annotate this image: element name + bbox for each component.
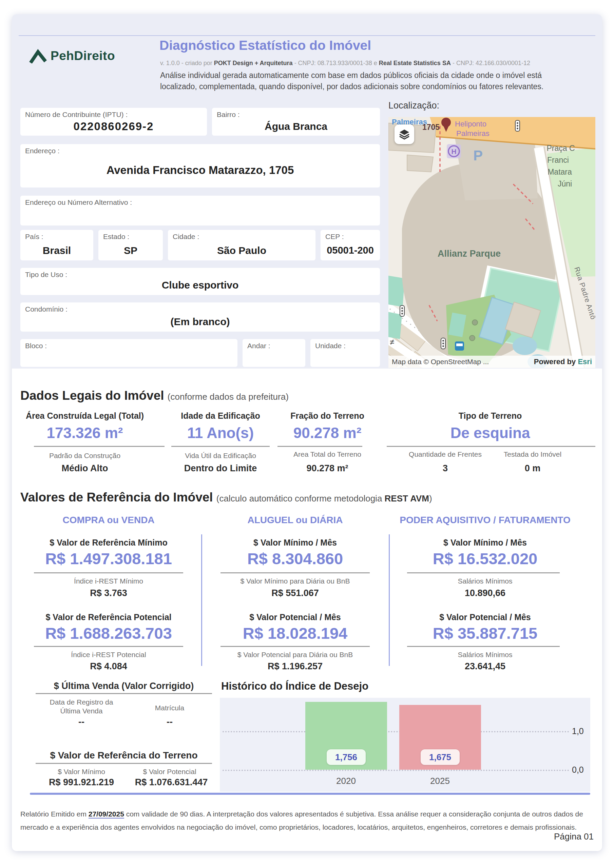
field-endereco: Endereço : Avenida Francisco Matarazzo, … bbox=[20, 144, 380, 188]
field-condominio-value: (Em branco) bbox=[20, 316, 380, 327]
legal-section-title: Dados Legais do Imóvel (conforme dados d… bbox=[20, 389, 289, 403]
parking-icon: P bbox=[473, 147, 483, 163]
desire-index-chart: 1,0 0,0 1,756 1,675 2020 2025 bbox=[220, 698, 590, 792]
page-number: Página 01 bbox=[475, 831, 594, 842]
field-bloco: Bloco : bbox=[20, 339, 238, 367]
field-condominio: Condomínio : (Em branco) bbox=[20, 302, 380, 332]
field-pais-value: Brasil bbox=[20, 245, 93, 256]
ytick-label: 0,0 bbox=[572, 765, 584, 775]
field-cidade: Cidade : São Paulo bbox=[168, 230, 316, 260]
valor-subvalue: R$ 4.084 bbox=[25, 661, 192, 672]
column-divider bbox=[389, 534, 390, 666]
field-iptu-value: 0220860269-2 bbox=[20, 120, 207, 133]
map-canvas: Palmeiras 1705 Heliponto Palmeiras H P P… bbox=[389, 117, 595, 368]
valor-subvalue: R$ 1.196.257 bbox=[212, 661, 378, 672]
legal-stat-label: Área Construída Legal (Total) bbox=[20, 411, 149, 421]
field-cep: CEP : 05001-200 bbox=[320, 230, 380, 260]
divider bbox=[387, 446, 595, 447]
field-estado-label: Estado : bbox=[103, 232, 129, 241]
matricula-value: -- bbox=[132, 717, 207, 727]
map-label-heliponto-2: Palmeiras bbox=[456, 129, 490, 138]
terreno-min-label: $ Valor Mínimo bbox=[39, 768, 124, 776]
version-line: v. 1.0.0 - criado por POKT Design + Arqu… bbox=[160, 60, 530, 67]
powered-by-esri: Powered by Esri bbox=[534, 357, 592, 366]
valores-section-title: Valores de Referência do Imóvel (calculo… bbox=[20, 490, 432, 505]
field-tipo-uso: Tipo de Uso : Clube esportivo bbox=[20, 268, 380, 295]
field-endereco-alternativo-label: Endereço ou Número Alternativo : bbox=[25, 198, 132, 206]
field-tipo-uso-value: Clube esportivo bbox=[20, 279, 380, 291]
map-section-label: Localização: bbox=[389, 100, 439, 111]
valor-value: R$ 16.532.020 bbox=[399, 549, 572, 568]
header-divider bbox=[19, 35, 595, 36]
map-attribution: Map data © OpenStreetMap ... bbox=[392, 358, 489, 366]
divider bbox=[171, 446, 270, 447]
logo-text: PehDireito bbox=[51, 49, 115, 63]
legal-stat-subvalue: Médio Alto bbox=[20, 463, 149, 474]
valor-value: R$ 8.304.860 bbox=[212, 549, 378, 568]
divider bbox=[36, 693, 212, 694]
field-unidade-label: Unidade : bbox=[315, 342, 346, 350]
report-description: Análise individual gerada automaticament… bbox=[160, 70, 555, 92]
bar-value-label: 1,756 bbox=[327, 749, 366, 765]
valor-value: R$ 18.028.194 bbox=[212, 624, 378, 643]
divider bbox=[34, 646, 183, 647]
footer-disclaimer: Relatório Emitido em 27/09/2025 com vali… bbox=[20, 808, 583, 834]
rail-crossing-icon: ≠ bbox=[390, 337, 394, 347]
legal-stat-value: De esquina bbox=[385, 425, 595, 442]
divider bbox=[407, 572, 560, 574]
field-cep-label: CEP : bbox=[325, 232, 344, 241]
valor-label: $ Valor Mínimo / Mês bbox=[399, 538, 572, 547]
legal-stat-label: Fração do Terreno bbox=[275, 411, 380, 421]
esri-link[interactable]: Esri bbox=[578, 357, 592, 366]
legal-stat-sublabel: Area Total do Terreno bbox=[275, 450, 380, 459]
map-label-praca-1: Praça C bbox=[547, 144, 575, 153]
legal-stat-sublabel: Quantidade de Frentes bbox=[397, 450, 494, 459]
valor-value: R$ 1.688.263.703 bbox=[25, 624, 192, 643]
valor-value: R$ 35.887.715 bbox=[399, 624, 572, 643]
divider bbox=[221, 646, 370, 647]
terreno-title: $ Valor de Referência do Terreno bbox=[29, 750, 219, 761]
xtick-label: 2025 bbox=[420, 776, 460, 786]
field-andar: Andar : bbox=[242, 339, 305, 367]
map-label-praca-2: Franci bbox=[547, 156, 569, 164]
chevron-logo-icon bbox=[29, 48, 47, 64]
field-pais-label: País : bbox=[25, 232, 44, 241]
chart-title: Histórico do Índice de Desejo bbox=[221, 680, 368, 692]
field-endereco-value: Avenida Francisco Matarazzo, 1705 bbox=[20, 164, 380, 177]
field-endereco-alternativo: Endereço ou Número Alternativo : bbox=[20, 195, 380, 225]
valor-subvalue: 23.641,45 bbox=[399, 661, 572, 672]
legal-stat-value: 90.278 m² bbox=[275, 425, 380, 442]
field-bloco-label: Bloco : bbox=[25, 342, 47, 350]
valor-sublabel: $ Valor Potencial para Diária ou BnB bbox=[212, 651, 378, 659]
valor-subvalue: R$ 3.763 bbox=[25, 588, 192, 598]
valor-label: $ Valor de Referência Potencial bbox=[25, 612, 192, 622]
map-label-heliponto-1: Heliponto bbox=[455, 120, 487, 128]
column-divider bbox=[201, 534, 202, 666]
field-unidade: Unidade : bbox=[310, 339, 380, 367]
divider bbox=[36, 763, 212, 764]
ultima-venda-data-label: Data de Registro daÚltima Venda bbox=[44, 698, 119, 716]
field-cidade-label: Cidade : bbox=[173, 232, 199, 241]
map-layers-button[interactable] bbox=[395, 124, 414, 144]
legal-stat-label: Idade da Edificação bbox=[159, 411, 281, 421]
valor-subvalue: 10.890,66 bbox=[399, 588, 572, 598]
terreno-pot-label: $ Valor Potencial bbox=[127, 768, 212, 776]
gridline-1 bbox=[222, 731, 569, 732]
emission-date: 27/09/2025 bbox=[89, 810, 124, 818]
valor-label: $ Valor de Referência Mínimo bbox=[25, 538, 192, 547]
divider bbox=[34, 572, 183, 574]
valor-sublabel: Salários Mínimos bbox=[399, 577, 572, 585]
valores-col-header: COMPRA ou VENDA bbox=[25, 515, 192, 525]
valores-col-header: ALUGUEL ou DIÁRIA bbox=[212, 515, 378, 525]
ultima-venda-title: $ Última Venda (Valor Corrigido) bbox=[36, 681, 212, 691]
legal-stat-value: 173.326 m² bbox=[20, 425, 149, 442]
location-map[interactable]: Palmeiras 1705 Heliponto Palmeiras H P P… bbox=[389, 117, 595, 368]
valor-label: $ Valor Potencial / Mês bbox=[399, 612, 572, 622]
field-cep-value: 05001-200 bbox=[320, 245, 380, 256]
field-iptu-label: Número de Contribuinte (IPTU) : bbox=[25, 110, 127, 119]
ytick-label: 1,0 bbox=[572, 726, 584, 736]
map-label-praca-3: Matara bbox=[547, 167, 572, 176]
valor-value: R$ 1.497.308.181 bbox=[25, 549, 192, 568]
page-title: Diagnóstico Estatístico do Imóvel bbox=[159, 38, 371, 53]
divider bbox=[221, 572, 370, 574]
